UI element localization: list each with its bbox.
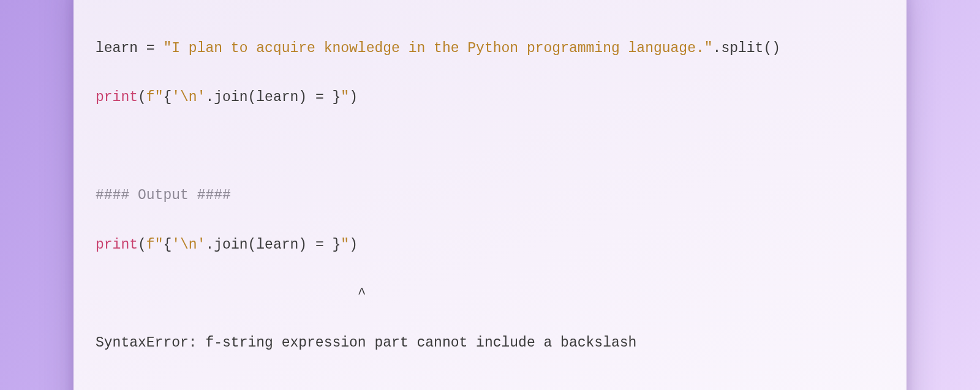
token-comment: #### Output #### xyxy=(96,187,231,203)
token: { xyxy=(163,89,172,105)
token-string: '\n' xyxy=(172,237,205,253)
code-block: learn = "I plan to acquire knowledge in … xyxy=(96,12,884,390)
code-line: SyntaxError: f-string expression part ca… xyxy=(96,331,884,355)
token-string: "I plan to acquire knowledge in the Pyth… xyxy=(163,40,712,56)
token: learn = xyxy=(96,40,163,56)
token: ) xyxy=(349,89,358,105)
token: ) xyxy=(349,237,358,253)
token-string: f" xyxy=(146,237,164,253)
code-line: learn = "I plan to acquire knowledge in … xyxy=(96,36,884,61)
token-string: " xyxy=(341,89,349,105)
code-line: print(f"{'\n'.join(learn) = }") xyxy=(96,85,884,110)
token: .join(learn) = } xyxy=(205,237,341,253)
token-error: SyntaxError: f-string expression part ca… xyxy=(96,335,636,351)
code-line: #### Output #### xyxy=(96,183,884,208)
code-window: Python 3.11 learn = "I plan to acquire k… xyxy=(74,0,907,390)
token-builtin: print xyxy=(96,89,138,105)
token-caret: ^ xyxy=(96,286,366,302)
token: ( xyxy=(138,237,146,253)
token-string: '\n' xyxy=(172,89,205,105)
token: .join(learn) = } xyxy=(205,89,341,105)
token: ( xyxy=(138,89,146,105)
code-line-blank xyxy=(96,134,884,159)
token-string: " xyxy=(341,237,349,253)
code-line: print(f"{'\n'.join(learn) = }") xyxy=(96,233,884,257)
token-builtin: print xyxy=(96,237,138,253)
token-string: f" xyxy=(146,89,164,105)
token: .split() xyxy=(713,40,780,56)
token: { xyxy=(163,237,172,253)
code-line: ^ xyxy=(96,282,884,306)
